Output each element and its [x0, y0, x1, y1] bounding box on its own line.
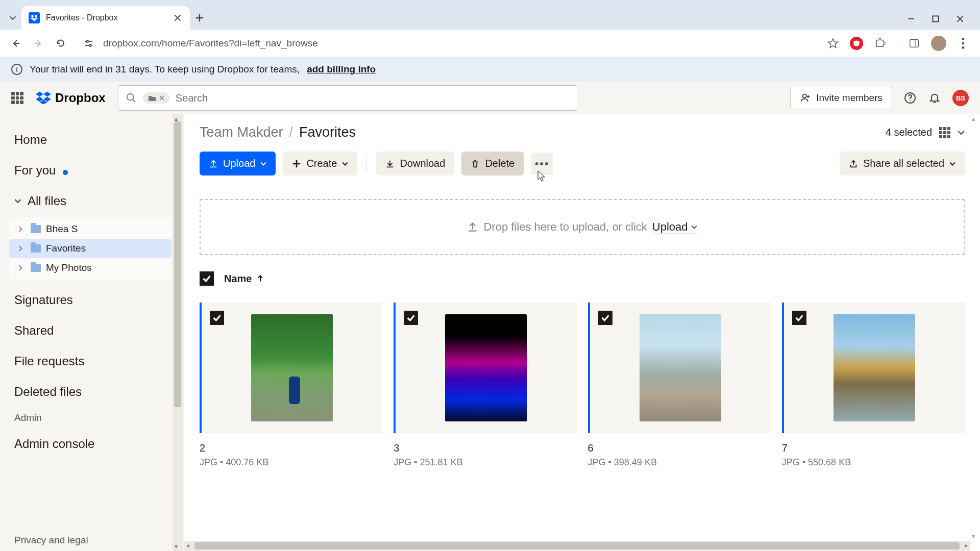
breadcrumb-team[interactable]: Team Makder: [200, 124, 283, 140]
window-minimize-button[interactable]: [908, 15, 918, 22]
sidebar-home[interactable]: Home: [9, 124, 172, 155]
sidebar-all-files[interactable]: All files: [9, 186, 172, 216]
file-card[interactable]: 3 JPG • 251.81 KB: [394, 303, 576, 468]
delete-button[interactable]: Delete: [461, 152, 524, 176]
invite-members-button[interactable]: Invite members: [790, 87, 892, 109]
kebab-icon: [962, 38, 965, 49]
user-avatar[interactable]: BS: [952, 90, 969, 106]
file-meta: JPG • 550.68 KB: [782, 457, 965, 468]
tab-close-button[interactable]: [173, 13, 183, 23]
sidebar-deleted[interactable]: Deleted files: [9, 377, 172, 407]
for-you-label: For you: [14, 163, 56, 178]
sidebar-folder-myphotos[interactable]: My Photos: [9, 258, 172, 278]
close-icon: [957, 15, 964, 22]
svg-point-2: [89, 44, 91, 46]
column-header-name[interactable]: Name: [224, 273, 264, 285]
folder-icon: [31, 225, 41, 233]
check-icon: [795, 314, 803, 322]
search-input[interactable]: [176, 92, 570, 104]
app-launcher-button[interactable]: [11, 92, 23, 104]
notifications-button[interactable]: [928, 91, 941, 105]
dropbox-logo[interactable]: Dropbox: [36, 91, 106, 105]
bell-icon: [928, 92, 941, 104]
browser-tab[interactable]: Favorites - Dropbox: [21, 6, 190, 30]
main-scrollbar[interactable]: ▴ ▾: [970, 114, 980, 541]
upload-icon: [467, 221, 478, 233]
svg-point-7: [962, 46, 965, 49]
file-thumbnail: [640, 314, 721, 421]
trial-text: Your trial will end in 31 days. To keep …: [30, 64, 300, 75]
close-icon[interactable]: [159, 95, 164, 101]
dropzone-upload-link[interactable]: Upload: [652, 220, 697, 234]
info-icon: i: [11, 64, 22, 75]
mouse-cursor: [536, 170, 547, 184]
sidebar-file-requests[interactable]: File requests: [9, 346, 172, 377]
window-maximize-button[interactable]: [932, 15, 942, 22]
sidebar-privacy-link[interactable]: Privacy and legal: [14, 535, 88, 546]
chevron-down-icon: [949, 161, 955, 167]
browser-menu-button[interactable]: [957, 37, 970, 50]
profile-avatar[interactable]: [931, 36, 946, 51]
url-text[interactable]: dropbox.com/home/Favorites?di=left_nav_b…: [103, 38, 318, 49]
help-button[interactable]: [903, 91, 917, 105]
extensions-button[interactable]: [873, 37, 887, 50]
chevron-down-icon: [342, 161, 348, 167]
sidebar-signatures[interactable]: Signatures: [9, 285, 172, 315]
file-card[interactable]: 2 JPG • 400.76 KB: [200, 303, 382, 468]
file-checkbox[interactable]: [210, 311, 224, 325]
tab-title: Favorites - Dropbox: [46, 13, 166, 22]
bookmark-button[interactable]: [826, 37, 840, 50]
site-info-button[interactable]: [82, 36, 96, 51]
svg-point-8: [127, 94, 133, 101]
download-button[interactable]: Download: [376, 152, 454, 176]
search-box[interactable]: [118, 85, 577, 111]
select-all-checkbox[interactable]: [200, 271, 214, 286]
panel-icon: [909, 38, 920, 49]
sidebar-scrollbar[interactable]: ▴ ▾: [173, 114, 183, 551]
file-card[interactable]: 6 JPG • 398.49 KB: [588, 303, 771, 468]
sidebar-shared[interactable]: Shared: [9, 315, 172, 346]
chevron-down-icon: [691, 224, 697, 230]
folder-icon: [31, 264, 41, 272]
share-icon: [849, 159, 858, 168]
tab-search-dropdown[interactable]: [4, 9, 21, 27]
scrollbar-thumb[interactable]: [194, 542, 960, 549]
folder-label: Favorites: [46, 243, 86, 254]
folder-label: My Photos: [46, 262, 92, 273]
back-button[interactable]: [7, 35, 24, 52]
scrollbar-thumb[interactable]: [174, 121, 181, 407]
action-divider: [366, 156, 367, 171]
chevron-down-icon[interactable]: [958, 129, 965, 136]
sidepanel-button[interactable]: [908, 37, 921, 50]
file-checkbox[interactable]: [792, 311, 806, 325]
sidebar-admin-console[interactable]: Admin console: [9, 429, 172, 459]
horizontal-scrollbar[interactable]: ◂ ▸: [184, 541, 970, 551]
new-tab-button[interactable]: [190, 8, 209, 28]
add-billing-link[interactable]: add billing info: [307, 64, 376, 75]
check-icon: [601, 314, 609, 322]
reload-button[interactable]: [52, 35, 69, 52]
view-toggle-button[interactable]: [939, 127, 950, 138]
extension-ublock[interactable]: [850, 37, 863, 50]
sidebar-for-you[interactable]: For you: [9, 155, 172, 186]
window-close-button[interactable]: [957, 15, 967, 22]
share-button[interactable]: Share all selected: [840, 152, 965, 176]
plus-icon: [292, 159, 301, 168]
star-icon: [827, 38, 839, 49]
sidebar-folder-favorites[interactable]: Favorites: [9, 239, 172, 258]
create-button[interactable]: Create: [283, 152, 357, 176]
sidebar-admin-heading: Admin: [9, 407, 172, 429]
person-add-icon: [800, 92, 811, 104]
search-filter-chip[interactable]: [143, 92, 169, 104]
upload-button[interactable]: Upload: [200, 152, 276, 176]
file-checkbox[interactable]: [404, 311, 418, 325]
file-checkbox[interactable]: [598, 311, 612, 325]
dropzone[interactable]: Drop files here to upload, or click Uplo…: [200, 199, 965, 255]
arrow-left-icon: [11, 38, 21, 48]
forward-button[interactable]: [30, 35, 47, 52]
sidebar-folder-bhea[interactable]: Bhea S: [9, 219, 172, 239]
download-label: Download: [400, 158, 445, 169]
file-name: 7: [782, 442, 965, 454]
file-card[interactable]: 7 JPG • 550.68 KB: [782, 303, 965, 468]
svg-rect-0: [933, 16, 938, 21]
